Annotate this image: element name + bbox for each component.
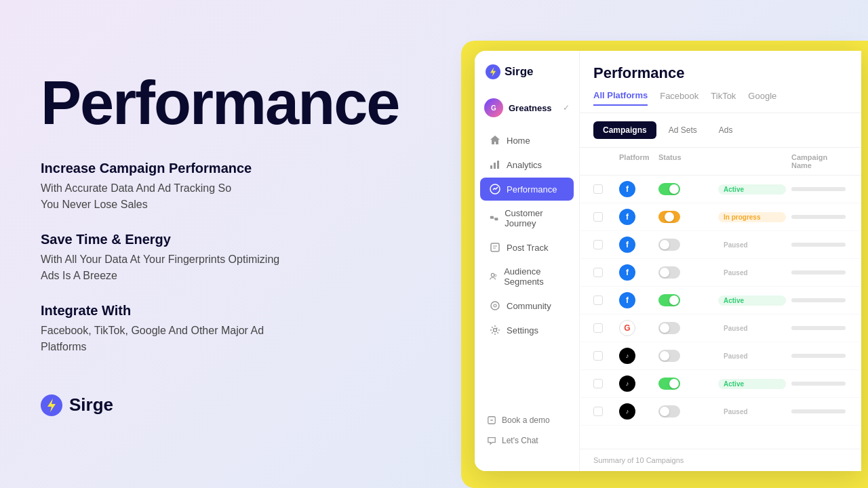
book-demo-button[interactable]: Book a demo <box>480 410 574 430</box>
row-checkbox[interactable] <box>593 351 603 361</box>
svg-point-18 <box>494 329 497 332</box>
col-toggle <box>718 153 786 169</box>
platform-facebook-icon: f <box>619 181 635 197</box>
feature-1-desc: With Accurate Data And Ad Tracking So Yo… <box>41 180 481 213</box>
feature-3: Integrate With Facebook, TikTok, Google … <box>41 303 481 355</box>
col-status: Status <box>658 153 713 169</box>
row-checkbox[interactable] <box>593 407 603 416</box>
campaign-bar <box>791 187 846 191</box>
tab-google[interactable]: Google <box>748 91 776 105</box>
feature-2-desc: With All Your Data At Your Fingerprints … <box>41 251 481 284</box>
platform-tiktok-icon: ♪ <box>619 403 635 420</box>
main-heading: Performance <box>41 73 481 134</box>
community-icon <box>490 300 500 311</box>
svg-rect-5 <box>494 163 496 169</box>
campaign-bar <box>791 409 846 413</box>
platform-facebook-icon: f <box>619 209 635 225</box>
book-demo-icon <box>487 415 496 425</box>
table-row: ♪ Paused <box>580 398 861 426</box>
home-icon <box>490 135 500 146</box>
status-badge-paused: Paused <box>718 323 786 333</box>
toggle-switch[interactable] <box>658 211 680 223</box>
row-checkbox[interactable] <box>593 240 603 249</box>
col-campaign-name: Campaign Name <box>791 153 848 169</box>
sidebar-item-analytics[interactable]: Analytics <box>480 153 574 176</box>
account-row[interactable]: G Greatness ✓ <box>475 93 579 123</box>
platform-facebook-icon: f <box>619 264 635 281</box>
svg-point-14 <box>491 273 494 277</box>
campaigns-table: Platform Status Campaign Name f Active <box>580 148 861 449</box>
bottom-logo: Sirge <box>41 394 481 416</box>
campaign-bar <box>791 243 846 247</box>
svg-rect-11 <box>491 243 499 251</box>
campaign-bar <box>791 326 846 330</box>
toggle-switch[interactable] <box>658 266 680 279</box>
analytics-icon <box>490 159 500 170</box>
table-row: ♪ Active <box>580 370 861 398</box>
tab-facebook[interactable]: Facebook <box>660 91 698 105</box>
tab-all-platforms[interactable]: All Platforms <box>593 90 648 106</box>
sidebar-bolt-icon <box>486 64 500 79</box>
svg-rect-6 <box>497 161 499 169</box>
row-checkbox[interactable] <box>593 323 603 333</box>
col-platform: Platform <box>619 153 653 169</box>
row-checkbox[interactable] <box>593 379 603 388</box>
sub-tab-ads[interactable]: Ads <box>709 121 743 139</box>
row-checkbox[interactable] <box>593 296 603 305</box>
campaign-bar <box>791 298 846 302</box>
row-checkbox[interactable] <box>593 184 603 194</box>
sub-tab-row: Campaigns Ad Sets Ads <box>580 113 861 148</box>
toggle-switch[interactable] <box>658 350 680 362</box>
account-name: Greatness <box>509 103 552 113</box>
table-footer: Summary of 10 Campaigns <box>580 449 861 471</box>
row-checkbox[interactable] <box>593 268 603 277</box>
col-check <box>593 153 614 169</box>
settings-icon <box>490 325 500 336</box>
toggle-switch[interactable] <box>658 322 680 334</box>
svg-rect-4 <box>490 165 492 169</box>
feature-2-title: Save Time & Energy <box>41 232 481 247</box>
sidebar-logo-text: Sirge <box>505 65 534 79</box>
platform-google-icon: G <box>619 320 635 336</box>
svg-rect-9 <box>494 218 498 220</box>
status-badge-paused: Paused <box>718 407 786 417</box>
table-row: f Paused <box>580 231 861 259</box>
status-badge-paused: Paused <box>718 268 786 278</box>
sidebar-item-customer-journey[interactable]: Customer Journey <box>480 202 574 235</box>
toggle-switch[interactable] <box>658 405 680 418</box>
account-avatar: G <box>484 98 503 117</box>
status-badge-progress: In progress <box>718 212 786 222</box>
toggle-switch[interactable] <box>658 239 680 251</box>
content-title: Performance <box>593 64 848 82</box>
tab-tiktok[interactable]: TikTok <box>711 91 736 105</box>
row-checkbox[interactable] <box>593 212 603 222</box>
table-row: f In progress <box>580 203 861 231</box>
sub-tab-adsets[interactable]: Ad Sets <box>659 121 707 139</box>
sub-tab-campaigns[interactable]: Campaigns <box>593 121 656 139</box>
sidebar-item-post-track[interactable]: Post Track <box>480 236 574 259</box>
campaign-bar <box>791 270 846 274</box>
content-header: Performance All Platforms Facebook TikTo… <box>580 51 861 113</box>
status-badge-active: Active <box>718 379 786 389</box>
chat-icon <box>487 436 496 445</box>
tab-row: All Platforms Facebook TikTok Google <box>593 90 848 106</box>
bottom-logo-text: Sirge <box>69 394 113 415</box>
sidebar-item-home[interactable]: Home <box>480 129 574 152</box>
main-content: Performance All Platforms Facebook TikTo… <box>580 51 861 471</box>
campaign-bar <box>791 215 846 219</box>
sidebar-item-performance[interactable]: Performance <box>480 178 574 201</box>
toggle-switch[interactable] <box>658 378 680 390</box>
account-check-icon: ✓ <box>563 103 570 113</box>
feature-1: Increase Campaign Performance With Accur… <box>41 161 481 213</box>
feature-2: Save Time & Energy With All Your Data At… <box>41 232 481 284</box>
sidebar-item-audience-segments[interactable]: Audience Segments <box>480 260 574 293</box>
sidebar-item-community[interactable]: Community <box>480 294 574 317</box>
campaign-bar <box>791 354 846 358</box>
sidebar-item-settings[interactable]: Settings <box>480 319 574 342</box>
svg-point-17 <box>494 304 496 307</box>
lets-chat-button[interactable]: Let's Chat <box>480 430 574 451</box>
performance-icon <box>490 184 500 195</box>
toggle-switch[interactable] <box>658 183 680 195</box>
app-sidebar: Sirge G Greatness ✓ Home Analytics <box>475 51 580 471</box>
toggle-switch[interactable] <box>658 294 680 306</box>
